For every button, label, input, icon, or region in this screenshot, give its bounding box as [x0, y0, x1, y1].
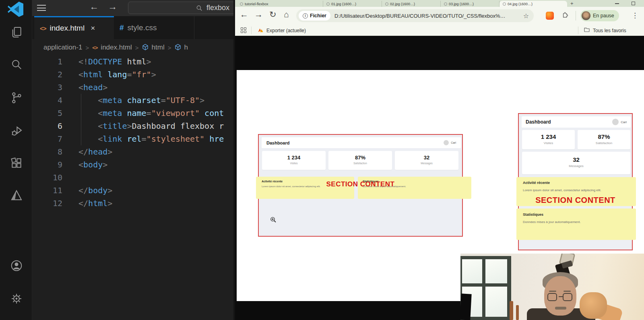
search-icon[interactable] [10, 58, 23, 71]
code-line[interactable]: 6 <title>Dashboard flexbox r [32, 120, 233, 132]
code-line[interactable]: 12</html> [32, 197, 233, 210]
breadcrumb[interactable]: application-1 > <> index.html > html > h [43, 42, 188, 53]
forward-icon[interactable]: → [254, 10, 263, 19]
profile-status: En pause [593, 13, 614, 19]
address-bar[interactable]: i Fichier D:/Utilisateur/Desktop/BUREAU/… [296, 9, 534, 22]
code-line[interactable]: 1<!DOCTYPE html> [32, 55, 233, 68]
chevron-right-icon: > [85, 44, 89, 51]
editor-tabbar: <> index.html × # style.css [32, 16, 233, 39]
code-line[interactable]: 4 <meta charset="UTF-8"> [32, 94, 233, 107]
code-text: <head> [78, 83, 107, 92]
browser-tab[interactable]: 04.jpg (1600…) [500, 1, 567, 7]
line-number: 6 [32, 121, 62, 131]
tab-favicon-icon [240, 2, 243, 6]
account-icon[interactable] [10, 259, 23, 272]
info-icon: i [303, 13, 308, 19]
browser-tab[interactable]: tutoriel-flexbox [237, 1, 323, 7]
close-icon[interactable]: × [91, 24, 95, 33]
breadcrumb-symbol-html[interactable]: html [152, 43, 165, 52]
source-control-icon[interactable] [10, 91, 23, 104]
dashboard-mobile-mockup: Dashboard Carl 1 234 Visites 87% Satisfa… [518, 113, 633, 250]
home-icon[interactable]: ⌂ [284, 10, 289, 19]
stat-card-visites: 1 234 Visites [262, 151, 326, 170]
profile-chip[interactable]: En pause [580, 10, 619, 21]
editor-forward-icon[interactable]: → [108, 1, 117, 12]
person-fist [580, 292, 607, 319]
code-line[interactable]: 2<html lang="fr"> [32, 68, 233, 81]
section-text: Données mises à jour automatiquement. [523, 220, 630, 224]
chrome-toolbar: ← → ↻ ⌂ i Fichier D:/Utilisateur/Desktop… [235, 7, 644, 25]
code-text: </html> [78, 198, 112, 208]
code-line[interactable]: 8</head> [32, 145, 233, 158]
vscode-window: ← → flexbox <> index.html × # style.css … [0, 0, 233, 320]
tab-title: 04.jpg (1600…) [508, 2, 533, 6]
bookmarks-divider [251, 27, 252, 34]
back-icon[interactable]: ← [240, 10, 248, 19]
all-favorites[interactable]: Tous les favoris [584, 25, 626, 36]
editor-back-icon[interactable]: ← [89, 1, 99, 12]
chrome-tabstrip-tabs: tutoriel-flexbox01.jpg (1600…)02.jpg (16… [237, 1, 567, 7]
extensions-icon[interactable] [10, 157, 23, 169]
maximize-icon[interactable] [632, 2, 635, 5]
line-number: 8 [32, 147, 62, 157]
stat-value: 87% [328, 155, 392, 161]
code-line[interactable]: 7 <link rel="stylesheet" hre [32, 132, 233, 145]
url-text: D:/Utilisateur/Desktop/BUREAU/COURS-VIDE… [334, 13, 508, 19]
line-number: 10 [32, 173, 62, 182]
stat-label: Visites [522, 141, 575, 145]
code-text: <meta charset="UTF-8"> [78, 95, 204, 105]
settings-gear-icon[interactable] [10, 292, 23, 305]
wood-object [516, 305, 519, 320]
extensions-puzzle-icon[interactable] [561, 12, 569, 21]
symbol-cube-icon [142, 43, 149, 52]
stat-label: Visites [262, 162, 326, 165]
browser-tab[interactable]: 03.jpg (1600…) [441, 1, 500, 7]
code-line[interactable]: 5 <meta name="viewport" cont [32, 107, 233, 120]
code-text: <title>Dashboard flexbox r [78, 121, 224, 131]
command-center-search[interactable]: flexbox [128, 2, 233, 14]
file-scheme-chip[interactable]: i Fichier [299, 11, 330, 21]
line-number: 9 [32, 160, 62, 169]
code-line[interactable]: 10 [32, 171, 233, 184]
code-line[interactable]: 3<head> [32, 81, 233, 94]
prism-extension-icon[interactable] [10, 189, 23, 202]
breadcrumb-folder[interactable]: application-1 [43, 43, 82, 52]
file-chip-label: Fichier [310, 13, 326, 19]
tab-style-css[interactable]: # style.css [114, 16, 194, 39]
stat-value: 1 234 [522, 133, 575, 140]
explorer-icon[interactable] [10, 26, 23, 39]
chrome-menu-dots-icon[interactable]: ⋮ [632, 11, 638, 20]
css-file-icon: # [120, 23, 124, 32]
section-content-overlay: SECTION CONTENT [519, 196, 632, 205]
dashboard-header: Dashboard Carl [522, 116, 631, 128]
code-text: <meta name="viewport" cont [78, 108, 224, 118]
avatar [612, 119, 619, 125]
code-line[interactable]: 11</body> [32, 184, 233, 197]
reload-icon[interactable]: ↻ [269, 10, 277, 19]
user-name: Carl [451, 141, 456, 144]
menu-hamburger-icon[interactable] [37, 5, 46, 11]
code-line[interactable]: 9<body> [32, 158, 233, 171]
section-title: Statistiques [523, 213, 630, 217]
tab-title: tutoriel-flexbox [245, 2, 268, 6]
bookmark-star-icon[interactable]: ☆ [523, 12, 529, 20]
bookmark-exporter[interactable]: Exporter (actuelle) [258, 25, 306, 36]
section-content-overlay: SECTION CONTENT [259, 180, 462, 188]
new-tab-icon[interactable]: + [570, 0, 574, 6]
html-file-icon: <> [92, 45, 97, 51]
tab-index-html[interactable]: <> index.html × [34, 16, 114, 39]
tab-favicon-icon [444, 2, 447, 6]
minimize-icon[interactable] [615, 3, 619, 4]
indent-guide [81, 94, 81, 145]
stat-card-satisfaction: 87% Satisfaction [328, 151, 392, 170]
browser-tab[interactable]: 01.jpg (1600…) [323, 1, 382, 7]
browser-tab[interactable]: 02.jpg (1600…) [382, 1, 441, 7]
code-text: </body> [78, 186, 112, 195]
apps-grid-icon[interactable] [241, 27, 246, 33]
run-debug-icon[interactable] [10, 124, 23, 137]
breadcrumb-symbol-head[interactable]: h [184, 43, 188, 52]
dashboard-user: Carl [612, 119, 627, 125]
chevron-right-icon: > [135, 44, 139, 51]
extension-orange-icon[interactable] [546, 12, 554, 20]
breadcrumb-file[interactable]: index.html [101, 43, 132, 52]
